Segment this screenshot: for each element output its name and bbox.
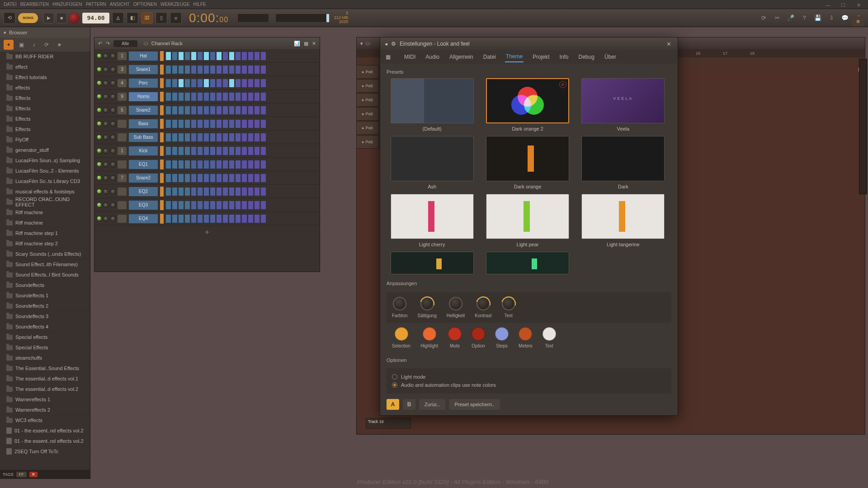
step-cell[interactable]: [197, 133, 203, 142]
step-cell[interactable]: [235, 65, 241, 74]
pan-knob[interactable]: [103, 162, 108, 167]
settings-tab[interactable]: Audio: [425, 52, 440, 62]
channel-row[interactable]: 5Snare2: [94, 103, 320, 117]
step-cell[interactable]: [235, 214, 241, 223]
pattern-tab[interactable]: ▸ Patt: [356, 107, 379, 121]
channel-led[interactable]: [97, 108, 101, 112]
step-cell[interactable]: [248, 79, 254, 88]
step-cell[interactable]: [197, 52, 203, 61]
pattern-tab[interactable]: ▸ Patt: [356, 65, 379, 79]
menu-view[interactable]: ANSICHT: [110, 2, 130, 7]
step-cell[interactable]: [216, 52, 222, 61]
step-cell[interactable]: [172, 214, 178, 223]
preset-thumbnail[interactable]: [581, 136, 665, 181]
browser-folder[interactable]: LucasFilm Sou..2 - Elements: [0, 166, 90, 176]
step-cell[interactable]: [172, 119, 178, 128]
pan-knob[interactable]: [103, 108, 108, 113]
step-cell[interactable]: [178, 174, 184, 183]
channel-number[interactable]: 9: [118, 93, 127, 101]
step-cell[interactable]: [222, 106, 228, 115]
step-cell[interactable]: [235, 146, 241, 155]
step-cell[interactable]: [260, 119, 266, 128]
step-cell[interactable]: [191, 92, 197, 101]
step-cell[interactable]: [197, 65, 203, 74]
hamburger-icon[interactable]: ≡: [852, 16, 864, 26]
dialog-titlebar[interactable]: ◂ ⚙ Einstellungen - Look and feel ✕: [380, 38, 678, 50]
radio-icon[interactable]: [392, 382, 397, 388]
theme-preset[interactable]: Ash: [387, 136, 477, 189]
compare-b-button[interactable]: B: [403, 399, 415, 410]
step-cell[interactable]: [178, 92, 184, 101]
graph-icon[interactable]: 📊: [294, 41, 300, 47]
channel-led[interactable]: [97, 81, 101, 85]
color-selection[interactable]: Selection: [392, 327, 410, 348]
channel-number[interactable]: [118, 120, 127, 128]
browser-folder[interactable]: LucasFilm So..ts Library CD3: [0, 176, 90, 187]
channel-number[interactable]: [118, 188, 127, 196]
channel-number[interactable]: 7: [118, 174, 127, 182]
channel-led[interactable]: [97, 54, 101, 58]
browser-folder[interactable]: FlyOff: [0, 135, 90, 145]
snap-value[interactable]: 32: [141, 12, 153, 24]
channel-name[interactable]: Horns: [128, 92, 158, 102]
step-cell[interactable]: [254, 92, 260, 101]
knob-icon[interactable]: [476, 297, 490, 310]
step-cell[interactable]: [241, 119, 247, 128]
adjustment-sättigung[interactable]: Sättigung: [417, 297, 436, 318]
vol-knob[interactable]: [110, 216, 116, 221]
step-cell[interactable]: [216, 174, 222, 183]
step-cell[interactable]: [184, 214, 190, 223]
settings-tab[interactable]: Allgemein: [448, 52, 474, 62]
step-cell[interactable]: [184, 79, 190, 88]
browser-folder[interactable]: Soundeffects 3: [0, 311, 90, 322]
record-icon[interactable]: [69, 13, 80, 23]
step-cell[interactable]: [254, 187, 260, 196]
step-cell[interactable]: [241, 160, 247, 169]
minimize-icon[interactable]: —: [821, 1, 835, 9]
theme-preset[interactable]: Light pear: [482, 194, 573, 247]
tag-close-icon[interactable]: ✕: [29, 472, 38, 477]
step-cell[interactable]: [222, 187, 228, 196]
step-cell[interactable]: [248, 187, 254, 196]
step-cell[interactable]: [165, 106, 171, 115]
step-cell[interactable]: [216, 187, 222, 196]
pl-menu-icon[interactable]: ▾: [360, 41, 363, 47]
dialog-back-icon[interactable]: ◂: [385, 41, 387, 47]
step-cell[interactable]: [248, 119, 254, 128]
filter-dropdown[interactable]: Alle: [113, 40, 137, 47]
preset-thumbnail[interactable]: ⊘: [486, 78, 569, 123]
close-icon[interactable]: ✕: [852, 1, 865, 9]
channel-led[interactable]: [97, 162, 101, 166]
knob-icon[interactable]: [393, 297, 406, 310]
pattern-tab[interactable]: ▸ Patt: [356, 121, 379, 135]
browser-folder[interactable]: Riff machine step 1: [0, 228, 90, 239]
browser-folder[interactable]: steamchuffs: [0, 353, 90, 363]
step-cell[interactable]: [178, 79, 184, 88]
step-cell[interactable]: [216, 65, 222, 74]
step-cell[interactable]: [165, 160, 171, 169]
channel-led[interactable]: [97, 216, 101, 221]
step-cell[interactable]: [222, 160, 228, 169]
step-cell[interactable]: [216, 106, 222, 115]
step-cell[interactable]: [197, 174, 203, 183]
preset-thumbnail[interactable]: [391, 194, 474, 239]
forward-icon[interactable]: ↷: [106, 41, 110, 47]
close-rack-icon[interactable]: ✕: [312, 41, 316, 47]
settings-tab[interactable]: Projekt: [532, 52, 550, 62]
pan-knob[interactable]: [103, 53, 108, 59]
dialog-close-icon[interactable]: ✕: [664, 39, 673, 48]
step-cell[interactable]: [248, 214, 254, 223]
step-cell[interactable]: [203, 146, 209, 155]
channel-number[interactable]: [118, 201, 127, 209]
step-cell[interactable]: [229, 52, 235, 61]
browser-folder[interactable]: Sound Effects..l Bird Sounds: [0, 270, 90, 280]
pattern-tab[interactable]: ▸ Patt: [356, 135, 379, 149]
step-cell[interactable]: [260, 201, 266, 210]
channel-led[interactable]: [97, 189, 101, 193]
step-cell[interactable]: [254, 174, 260, 183]
preset-thumbnail[interactable]: [486, 252, 569, 274]
theme-preset[interactable]: [482, 252, 573, 274]
step-cell[interactable]: [222, 146, 228, 155]
step-cell[interactable]: [203, 52, 209, 61]
step-cell[interactable]: [197, 79, 203, 88]
